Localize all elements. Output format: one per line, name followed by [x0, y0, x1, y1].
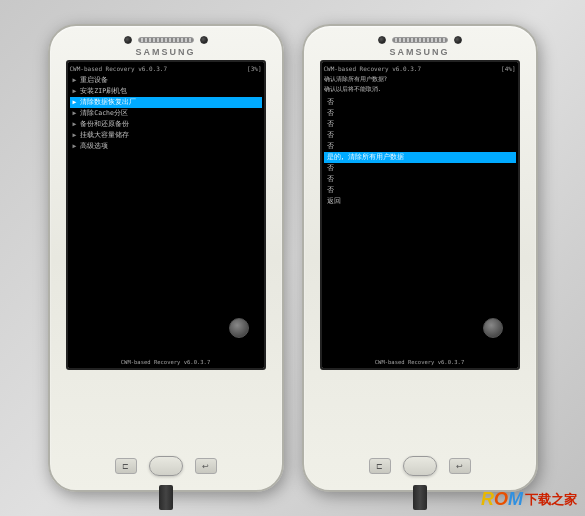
- confirm-item-9: 返回: [324, 196, 516, 207]
- confirm-item-0: 否: [324, 97, 516, 108]
- brand-left: SAMSUNG: [135, 47, 195, 57]
- back-button-left[interactable]: ↩: [195, 458, 217, 474]
- watermark-o: O: [494, 489, 508, 509]
- recovery-version-right: CWM-based Recovery v6.0.3.7: [324, 65, 422, 72]
- recovery-footer-right: CWM-based Recovery v6.0.3.7: [324, 359, 516, 365]
- watermark: ROM 下载之家: [481, 489, 577, 510]
- nav-row-left: ⊏ ↩: [50, 456, 282, 476]
- phone-bottom-left: ⊏ ↩: [50, 456, 282, 476]
- phone-left: SAMSUNG CWM-based Recovery v6.0.3.7 [3%]…: [48, 24, 284, 492]
- phone-top-right: SAMSUNG: [304, 26, 536, 60]
- back-button-right[interactable]: ↩: [449, 458, 471, 474]
- recovery-version-left: CWM-based Recovery v6.0.3.7: [70, 65, 168, 72]
- recovery-badge-right: [4%]: [501, 65, 515, 72]
- menu-item-5-left: 挂载大容量储存: [70, 130, 262, 141]
- menu-item-0-left: 重启设备: [70, 75, 262, 86]
- confirm-title-right: 确认清除所有用户数据?: [324, 75, 516, 84]
- scroll-icon-right: [483, 318, 503, 338]
- confirm-item-1: 否: [324, 108, 516, 119]
- front-camera-area-left: [124, 36, 208, 44]
- recovery-menu-left: CWM-based Recovery v6.0.3.7 [3%] 重启设备 安装…: [68, 62, 264, 368]
- scroll-icon-left: [229, 318, 249, 338]
- confirm-item-7: 否: [324, 174, 516, 185]
- sensor-right: [454, 36, 462, 44]
- watermark-site: 下载之家: [525, 491, 577, 509]
- screen-right: CWM-based Recovery v6.0.3.7 [4%] 确认清除所有用…: [320, 60, 520, 370]
- recovery-header-left: CWM-based Recovery v6.0.3.7 [3%]: [70, 65, 262, 72]
- confirm-item-3: 否: [324, 130, 516, 141]
- recovery-footer-left: CWM-based Recovery v6.0.3.7: [70, 359, 262, 365]
- front-camera-left: [124, 36, 132, 44]
- phone-top-left: SAMSUNG: [50, 26, 282, 60]
- nav-row-right: ⊏ ↩: [304, 456, 536, 476]
- confirm-item-5: 是的, 清除所有用户数据: [324, 152, 516, 163]
- menu-item-1-left: 安装ZIP刷机包: [70, 86, 262, 97]
- scene: SAMSUNG CWM-based Recovery v6.0.3.7 [3%]…: [0, 0, 585, 516]
- confirm-sub-right: 确认以后将不能取消.: [324, 85, 516, 94]
- menu-item-3-left: 清除Cache分区: [70, 108, 262, 119]
- brand-right: SAMSUNG: [389, 47, 449, 57]
- menu-item-6-left: 高级选项: [70, 141, 262, 152]
- usb-cable-right: [413, 485, 427, 510]
- watermark-m: M: [508, 489, 523, 509]
- confirm-item-4: 否: [324, 141, 516, 152]
- watermark-rom: ROM: [481, 489, 523, 510]
- home-button-right[interactable]: [403, 456, 437, 476]
- phone-right: SAMSUNG CWM-based Recovery v6.0.3.7 [4%]…: [302, 24, 538, 492]
- recovery-badge-left: [3%]: [247, 65, 261, 72]
- recovery-menu-right: CWM-based Recovery v6.0.3.7 [4%] 确认清除所有用…: [322, 62, 518, 368]
- watermark-r: R: [481, 489, 494, 509]
- screen-left: CWM-based Recovery v6.0.3.7 [3%] 重启设备 安装…: [66, 60, 266, 370]
- confirm-item-6: 否: [324, 163, 516, 174]
- menu-item-2-left: 清除数据恢复出厂: [70, 97, 262, 108]
- home-button-left[interactable]: [149, 456, 183, 476]
- speaker-left: [138, 37, 194, 43]
- speaker-right: [392, 37, 448, 43]
- menu-button-left[interactable]: ⊏: [115, 458, 137, 474]
- menu-item-4-left: 备份和还原备份: [70, 119, 262, 130]
- confirm-item-2: 否: [324, 119, 516, 130]
- front-camera-area-right: [378, 36, 462, 44]
- recovery-header-right: CWM-based Recovery v6.0.3.7 [4%]: [324, 65, 516, 72]
- sensor-left: [200, 36, 208, 44]
- menu-button-right[interactable]: ⊏: [369, 458, 391, 474]
- usb-cable-left: [159, 485, 173, 510]
- front-camera-right: [378, 36, 386, 44]
- phone-bottom-right: ⊏ ↩: [304, 456, 536, 476]
- confirm-item-8: 否: [324, 185, 516, 196]
